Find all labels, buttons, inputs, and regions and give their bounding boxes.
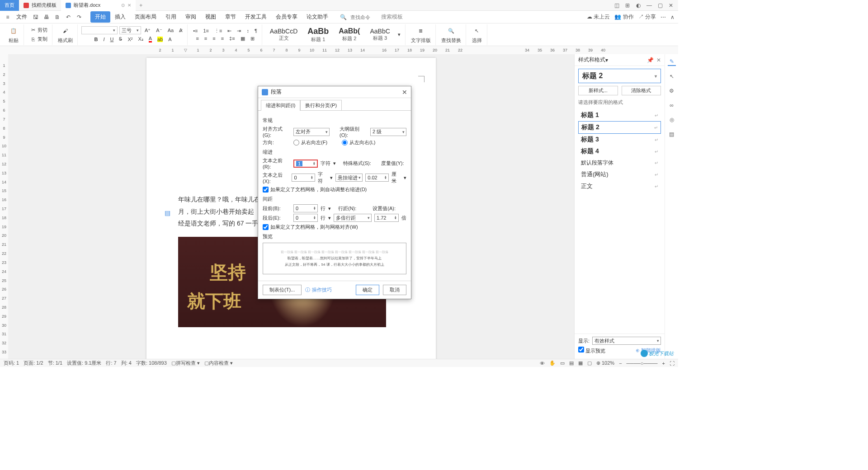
style-item-h4[interactable]: 标题 4↵ xyxy=(578,146,661,157)
bold-icon[interactable]: B xyxy=(92,35,99,43)
collab-button[interactable]: 👥 协作 xyxy=(614,13,633,21)
outline-combo[interactable]: 2 级 xyxy=(370,128,406,136)
grid-align-check[interactable]: 如果定义了文档网格，则与网格对齐(W) xyxy=(263,224,406,230)
change-case-icon[interactable]: Aa xyxy=(166,26,175,34)
status-line[interactable]: 行: 7 xyxy=(106,360,116,367)
redo-icon[interactable]: ↷ xyxy=(75,13,83,21)
clear-format-button[interactable]: 清除格式 xyxy=(622,86,661,95)
preview-icon[interactable]: 🗎 xyxy=(53,13,61,21)
command-input[interactable] xyxy=(350,14,377,20)
ok-button[interactable]: 确定 xyxy=(356,285,379,295)
fullscreen-icon[interactable]: ⛶ xyxy=(670,361,675,366)
font-color-icon[interactable]: A xyxy=(147,35,154,43)
tabstops-button[interactable]: 制表位(T)... xyxy=(263,285,302,295)
avatar-icon[interactable]: ◐ xyxy=(635,2,642,9)
zoom-in-icon[interactable]: + xyxy=(662,361,665,366)
char-shading-icon[interactable]: A xyxy=(166,35,173,43)
nav-icon[interactable]: ▤ xyxy=(165,207,170,219)
tab-close-icon[interactable]: ⊙ xyxy=(121,3,125,8)
status-col[interactable]: 列: 4 xyxy=(121,360,132,367)
style-h2[interactable]: AaBb(标题 2 xyxy=(335,26,364,43)
style-item-body[interactable]: 正文↵ xyxy=(578,180,661,192)
style-h1[interactable]: AaBb标题 1 xyxy=(303,25,333,44)
grow-font-icon[interactable]: A⁺ xyxy=(143,26,152,34)
cancel-button[interactable]: 取消 xyxy=(383,285,406,295)
font-family-combo[interactable] xyxy=(81,26,118,34)
menu-tab-start[interactable]: 开始 xyxy=(90,11,110,23)
borders-icon[interactable]: ⊞ xyxy=(249,35,256,42)
status-setting[interactable]: 设置值: 9.1厘米 xyxy=(67,360,101,367)
dialog-close-icon[interactable]: ✕ xyxy=(402,89,407,96)
print-icon[interactable]: 🖶 xyxy=(42,13,51,21)
show-marks-icon[interactable]: ¶ xyxy=(253,28,259,34)
special-combo[interactable]: 悬挂缩进 xyxy=(335,174,363,182)
tab-close-btn[interactable]: ✕ xyxy=(127,3,131,8)
menu-tab-ref[interactable]: 引用 xyxy=(161,11,181,23)
align-right-icon[interactable]: ≡ xyxy=(211,35,217,42)
hamburger-icon[interactable]: ≡ xyxy=(4,13,12,21)
styles-more-icon[interactable]: ▾ xyxy=(396,31,402,38)
strike-icon[interactable]: S̶ xyxy=(117,35,124,43)
sort-icon[interactable]: ↕ xyxy=(245,28,251,34)
pin-icon[interactable]: 📌 xyxy=(647,57,654,63)
style-item-default[interactable]: 默认段落字体↵ xyxy=(578,157,661,169)
edit-tool-icon[interactable]: ✎ xyxy=(668,58,676,66)
increase-indent-icon[interactable]: ⇥ xyxy=(235,28,243,34)
highlight-icon[interactable]: ab xyxy=(156,35,165,43)
status-page[interactable]: 页面: 1/2 xyxy=(24,360,43,367)
direction-rtl-radio[interactable]: 从右向左(F) xyxy=(293,139,327,146)
style-normal[interactable]: AaBbCcD正文 xyxy=(266,26,302,43)
dialog-tab-pagination[interactable]: 换行和分页(P) xyxy=(300,100,342,111)
cut-button[interactable]: ✂剪切 xyxy=(28,26,49,34)
hand-icon[interactable]: ✋ xyxy=(549,360,556,366)
clear-format-icon[interactable]: A̷ xyxy=(177,26,184,34)
style-item-h1[interactable]: 标题 1↵ xyxy=(578,109,661,121)
tab-document[interactable]: 盼望着.docx ⊙ ✕ xyxy=(61,0,136,11)
tab-home[interactable]: 首页 xyxy=(0,0,19,11)
book-icon[interactable]: ▭ xyxy=(560,360,565,366)
text-layout-button[interactable]: ≣文字排版 xyxy=(409,25,433,44)
zoom-out-icon[interactable]: − xyxy=(619,361,622,366)
panel-close-icon[interactable]: ✕ xyxy=(656,57,661,63)
font-size-combo[interactable]: 三号 xyxy=(119,26,141,34)
settings-tool-icon[interactable]: ⚙ xyxy=(668,87,676,95)
auto-indent-check[interactable]: 如果定义了文档网格，则自动调整右缩进(D) xyxy=(263,186,406,193)
style-h3[interactable]: AaBbC标题 3 xyxy=(366,26,394,43)
menu-tab-chapter[interactable]: 章节 xyxy=(221,11,241,23)
show-preview-check[interactable]: 显示预览 xyxy=(578,347,605,354)
copy-button[interactable]: ⎘复制 xyxy=(28,35,49,43)
numbering-icon[interactable]: 1≡ xyxy=(201,28,211,34)
bullets-icon[interactable]: •≡ xyxy=(191,28,199,34)
align-combo[interactable]: 左对齐 xyxy=(293,128,330,136)
status-section[interactable]: 节: 1/1 xyxy=(48,360,62,367)
decrease-indent-icon[interactable]: ⇤ xyxy=(226,28,233,34)
share-button[interactable]: ↗ 分享 xyxy=(638,13,656,21)
align-center-icon[interactable]: ≡ xyxy=(203,35,209,42)
link-tool-icon[interactable]: ∞ xyxy=(668,101,676,109)
align-justify-icon[interactable]: ≡ xyxy=(219,35,226,42)
style-item-normal-web[interactable]: 普通(网站)↵ xyxy=(578,169,661,180)
current-style[interactable]: 标题 2▾ xyxy=(578,69,661,83)
menu-tab-vip[interactable]: 会员专享 xyxy=(271,11,302,23)
new-style-button[interactable]: 新样式... xyxy=(578,86,618,95)
view3-icon[interactable]: ▢ xyxy=(587,360,592,366)
measure-spinner[interactable]: 0.02 xyxy=(365,174,389,182)
clipboard-tool-icon[interactable]: ▤ xyxy=(668,130,676,138)
more-icon[interactable]: ⋯ xyxy=(660,14,666,20)
set-value-spinner[interactable]: 1.72 xyxy=(374,214,399,222)
indent-after-spinner[interactable]: 0 xyxy=(292,174,315,182)
template-search[interactable]: 搜索模板 xyxy=(381,13,403,21)
italic-icon[interactable]: I xyxy=(101,35,106,43)
indent-before-spinner[interactable]: 1 xyxy=(293,160,318,168)
collapse-ribbon-icon[interactable]: ∧ xyxy=(670,14,675,20)
line-spacing-icon[interactable]: ‡≡ xyxy=(227,35,237,42)
display-filter-combo[interactable]: 有效样式 xyxy=(592,337,661,345)
paste-button[interactable]: 📋粘贴 xyxy=(6,25,21,44)
view1-icon[interactable]: ▤ xyxy=(569,360,574,366)
status-content[interactable]: ▢内容检查 ▾ xyxy=(204,360,233,367)
menu-tab-thesis[interactable]: 论文助手 xyxy=(302,11,333,23)
direction-ltr-radio[interactable]: 从左向右(L) xyxy=(342,139,375,146)
space-after-spinner[interactable]: 0 xyxy=(293,214,318,222)
status-pageno[interactable]: 页码: 1 xyxy=(4,360,19,367)
multilevel-icon[interactable]: ⋮≡ xyxy=(212,28,224,34)
